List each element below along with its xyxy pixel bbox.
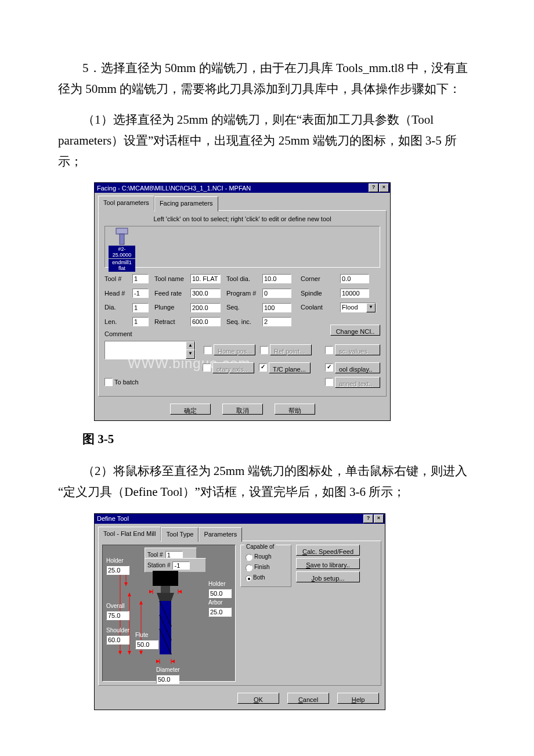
label-seq: Seq. (226, 302, 262, 313)
select-coolant[interactable]: Flood ▼ (340, 303, 376, 312)
checkbox-sc-values[interactable] (325, 346, 333, 354)
input-feed-rate[interactable] (190, 289, 221, 298)
help-icon[interactable]: ? (363, 514, 373, 523)
svg-rect-1 (120, 234, 124, 244)
label-dia: Dia. (104, 302, 132, 313)
svg-rect-3 (161, 586, 170, 593)
help-button[interactable]: 帮助 (275, 404, 315, 415)
input-diameter[interactable] (156, 675, 179, 684)
radio-rough[interactable]: Rough (246, 552, 286, 561)
input-tool-name[interactable] (190, 274, 221, 283)
label-to-batch: To batch (114, 377, 139, 388)
svg-marker-22 (128, 593, 131, 596)
input-program-no[interactable] (262, 289, 291, 298)
input-tool-no[interactable] (132, 274, 149, 283)
input-len[interactable] (132, 317, 149, 326)
label-diameter: Diameter (156, 665, 180, 675)
label-corner: Corner (297, 273, 332, 285)
ok-button[interactable]: 确定 (170, 404, 211, 415)
label-program-no: Program # (226, 288, 262, 299)
svg-marker-11 (171, 660, 175, 663)
tool-select-area[interactable]: #2- 25.0000 endmill1 flat (104, 226, 380, 268)
input-tool-dia[interactable] (262, 274, 291, 283)
cancel-button[interactable]: CancelCancel (287, 693, 329, 704)
input-spindle[interactable] (340, 289, 369, 298)
input-arbor[interactable] (208, 607, 232, 617)
help-icon[interactable]: ? (369, 183, 378, 192)
chevron-down-icon[interactable]: ▼ (366, 303, 376, 312)
svg-marker-4 (157, 593, 174, 601)
select-coolant-value: Flood (341, 302, 366, 313)
capable-group: Rough Finish Both (240, 545, 291, 587)
svg-marker-9 (156, 660, 160, 663)
change-nci-button[interactable]: Change NCI.. (330, 325, 380, 336)
tool-icon-endmill[interactable]: #2- 25.0000 endmill1 flat (109, 228, 135, 272)
checkbox-rotary-axis[interactable] (203, 363, 211, 372)
input-retract[interactable] (190, 317, 221, 326)
radio-both[interactable]: Both (246, 573, 286, 582)
checkbox-anned-text[interactable] (325, 378, 333, 386)
help-button[interactable]: HelpHelp (337, 693, 379, 704)
svg-marker-29 (124, 582, 128, 586)
hint-text: Left 'click' on tool to select; right 'c… (104, 214, 380, 225)
cancel-button[interactable]: 取消 (222, 404, 263, 415)
label-arbor: Arbor (208, 597, 232, 607)
input-corner[interactable] (340, 274, 369, 283)
dialog-title: Facing - C:\MCAM8\MILL\NCI\CH3_1_1.NCI -… (96, 183, 368, 194)
input-plunge[interactable] (190, 303, 221, 312)
input-shoulder[interactable] (106, 635, 129, 645)
input-holder-dia[interactable] (208, 589, 232, 598)
label-tool-name: Tool name (154, 273, 190, 285)
checkbox-ool-display[interactable]: ✓ (325, 363, 333, 372)
radio-finish[interactable]: Finish (246, 562, 286, 572)
checkbox-tc-plane[interactable]: ✓ (259, 363, 267, 372)
input-holder[interactable] (106, 566, 129, 575)
paragraph-1: 5．选择直径为 50mm 的端铣刀，由于在刀具库 Tools_mm.tl8 中，… (58, 58, 476, 99)
job-setup-button[interactable]: Job setup...Job setup... (296, 571, 360, 582)
checkbox-home-pos[interactable] (204, 346, 212, 354)
checkbox-to-batch[interactable] (104, 378, 113, 386)
tab-tool-flat-endmill[interactable]: Tool - Flat End Mill (98, 527, 161, 542)
svg-rect-0 (116, 228, 128, 234)
tab-tool-type[interactable]: Tool Type (161, 527, 199, 542)
tool-icon-label-1: #2- 25.0000 (109, 246, 135, 258)
ok-button[interactable]: OKOK (237, 693, 279, 704)
save-to-library-button[interactable]: Save to library.. (296, 558, 360, 569)
paragraph-3: （2）将鼠标移至直径为 25mm 端铣刀的图标处，单击鼠标右键，则进入“定义刀具… (58, 461, 476, 502)
radio-rough-label: Rough (254, 553, 271, 560)
label-overall: Overall (106, 601, 129, 611)
tool-icon-label-2: endmill1 flat (109, 259, 135, 272)
anned-text-button: anned text.. (335, 377, 380, 388)
tab-tool-parameters[interactable]: Tool parameters (98, 196, 154, 211)
svg-marker-17 (178, 590, 182, 593)
calc-speed-feed-button[interactable]: CCalc. Speed/Feedalc. Speed/Feed (296, 545, 360, 556)
radio-finish-label: Finish (254, 564, 270, 570)
ref-point-button: Ref point... (270, 344, 312, 355)
input-flute[interactable] (135, 640, 158, 649)
close-icon[interactable]: × (374, 514, 384, 523)
input-dia[interactable] (132, 303, 149, 312)
input-seq[interactable] (262, 303, 291, 312)
sc-values-button: sc. values.. (335, 344, 380, 355)
tc-plane-button[interactable]: T/C plane... (269, 362, 311, 373)
label-shoulder: Shoulder (106, 625, 129, 635)
svg-marker-15 (149, 590, 153, 593)
ool-display-button[interactable]: ool display.. (335, 362, 380, 373)
tab-parameters[interactable]: Parameters (199, 527, 242, 542)
close-icon[interactable]: × (379, 183, 389, 192)
scroll-down-icon[interactable]: ▼ (186, 350, 195, 359)
label-head-no: Head # (104, 288, 132, 299)
svg-marker-23 (128, 651, 131, 654)
svg-marker-26 (139, 651, 143, 654)
label-coolant: Coolant (297, 302, 332, 313)
input-head-no[interactable] (132, 289, 149, 298)
label-tool-no: Tool # (104, 273, 132, 285)
input-seq-inc[interactable] (262, 317, 291, 326)
tab-facing-parameters[interactable]: Facing parameters (154, 196, 218, 211)
checkbox-ref-point[interactable] (260, 346, 268, 354)
tool-parameters-dialog: Facing - C:\MCAM8\MILL\NCI\CH3_1_1.NCI -… (94, 182, 391, 420)
label-len: Len. (104, 316, 132, 327)
radio-both-label: Both (253, 574, 265, 581)
input-overall[interactable] (106, 611, 129, 620)
label-holder-dia: Holder (208, 579, 232, 589)
